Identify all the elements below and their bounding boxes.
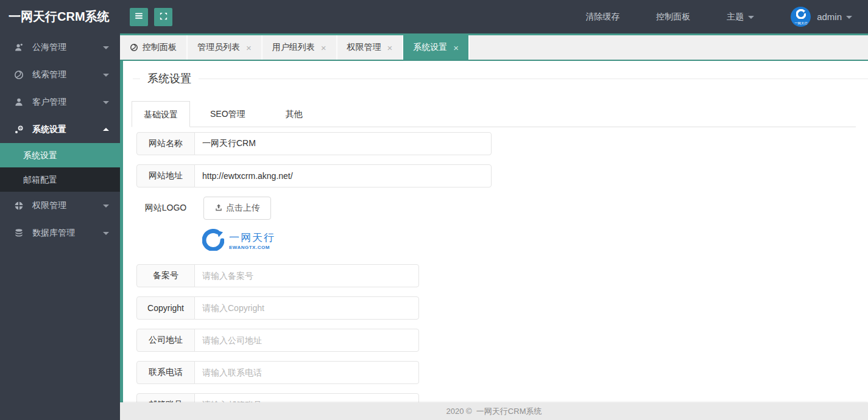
tab-permissions[interactable]: 权限管理 ×	[337, 35, 404, 60]
tab-label: 管理员列表	[197, 42, 240, 53]
sidebar-item-label: 数据库管理	[32, 228, 75, 239]
address-label: 公司地址	[136, 329, 195, 352]
copyright-input[interactable]	[194, 296, 419, 320]
form-row-phone: 联系电话	[136, 361, 868, 384]
tab-label: 用户组列表	[272, 42, 315, 53]
sidebar-item-database[interactable]: 数据库管理	[0, 219, 120, 247]
settings-tabs: 基础设置 SEO管理 其他	[132, 101, 856, 127]
user-menu-dropdown[interactable]: admin	[817, 12, 852, 22]
tab-seo[interactable]: SEO管理	[199, 101, 257, 127]
header-actions: 清除缓存 控制面板 主题 一网天行 admin	[585, 7, 868, 27]
form-row-site-name: 网站名称	[136, 132, 868, 155]
close-icon[interactable]: ×	[453, 43, 459, 53]
tab-control-panel[interactable]: 控制面板	[120, 35, 188, 60]
sidebar-item-label: 线索管理	[32, 69, 66, 80]
form-row-icp: 备案号	[136, 264, 868, 287]
database-icon	[13, 228, 24, 238]
sidebar-subitem-system-settings[interactable]: 系统设置	[0, 143, 120, 167]
hamburger-icon	[134, 11, 144, 23]
globe-icon	[130, 43, 138, 52]
settings-form: 网站名称 网站地址 网站LOGO 点击上传	[136, 132, 868, 416]
fullscreen-button[interactable]	[154, 8, 172, 26]
control-panel-link[interactable]: 控制面板	[656, 12, 690, 23]
form-row-site-url: 网站地址	[136, 164, 868, 187]
theme-label: 主题	[727, 12, 744, 21]
sidebar-toggle-button[interactable]	[130, 8, 148, 26]
gears-icon	[13, 125, 24, 135]
chevron-down-icon	[103, 46, 109, 52]
main-content: 系统设置 基础设置 SEO管理 其他 网站名称 网站地址 网站LOGO	[120, 61, 868, 420]
chevron-down-icon	[103, 205, 109, 211]
sidebar-item-label: 客户管理	[32, 97, 66, 108]
brand-wordmark: 一网天行 EWANGTX.COM	[229, 233, 275, 250]
tab-label: 控制面板	[143, 42, 177, 53]
avatar[interactable]: 一网天行	[791, 7, 811, 27]
copyright-label: Copyright	[136, 296, 195, 320]
upload-button-label: 点击上传	[226, 203, 260, 214]
tab-label: 权限管理	[347, 42, 381, 53]
chevron-down-icon	[846, 16, 852, 22]
icp-label: 备案号	[136, 264, 195, 287]
form-row-address: 公司地址	[136, 329, 868, 352]
footer: 2020 © 一网天行CRM系统	[120, 402, 868, 420]
sidebar-item-label: 公海管理	[32, 42, 66, 53]
sidebar-item-label: 系统设置	[32, 124, 66, 135]
sidebar: 公海管理 线索管理 客户管理 系统设置 系统设置 邮箱配置	[0, 33, 120, 420]
expand-icon	[159, 12, 168, 23]
site-logo-label: 网站LOGO	[136, 197, 195, 220]
close-icon[interactable]: ×	[321, 43, 326, 53]
site-name-label: 网站名称	[136, 132, 195, 155]
footer-text: 2020 © 一网天行CRM系统	[446, 406, 542, 417]
clear-cache-link[interactable]: 清除缓存	[585, 12, 619, 23]
tab-other[interactable]: 其他	[274, 101, 314, 127]
tab-admin-list[interactable]: 管理员列表 ×	[188, 35, 263, 60]
form-row-copyright: Copyright	[136, 296, 868, 320]
app-header: 一网天行CRM系统 清除缓存 控制面板 主题 一网天行 admin	[0, 0, 868, 33]
globe-grid-icon	[13, 201, 24, 211]
brand-name: 一网天行	[229, 233, 275, 243]
chevron-up-icon	[103, 125, 109, 131]
form-row-site-logo: 网站LOGO 点击上传	[136, 197, 868, 220]
theme-dropdown[interactable]: 主题	[727, 12, 754, 23]
brand-swoosh-icon	[202, 229, 224, 253]
app-title: 一网天行CRM系统	[0, 9, 120, 25]
brand-swoosh-icon	[796, 9, 806, 21]
open-tabs-bar: 控制面板 管理员列表 × 用户组列表 × 权限管理 × 系统设置 ×	[120, 33, 868, 61]
username: admin	[817, 12, 842, 22]
close-icon[interactable]: ×	[387, 43, 393, 53]
upload-button[interactable]: 点击上传	[203, 197, 271, 220]
panel-title-divider: 系统设置	[133, 79, 868, 79]
avatar-brand-text: 一网天行	[794, 21, 808, 24]
icp-input[interactable]	[194, 264, 419, 287]
sidebar-subitem-mail-config[interactable]: 邮箱配置	[0, 167, 120, 192]
chevron-down-icon	[748, 16, 754, 22]
address-input[interactable]	[194, 329, 419, 352]
sidebar-item-label: 权限管理	[32, 200, 66, 211]
sidebar-item-permissions[interactable]: 权限管理	[0, 192, 120, 219]
sidebar-item-leads[interactable]: 线索管理	[0, 61, 120, 88]
page-title: 系统设置	[140, 71, 199, 86]
sidebar-item-customers[interactable]: 客户管理	[0, 88, 120, 116]
globe-icon	[13, 70, 24, 80]
users-icon	[13, 43, 24, 52]
app-window: 一网天行CRM系统 清除缓存 控制面板 主题 一网天行 admin	[0, 0, 868, 420]
site-url-label: 网站地址	[136, 164, 195, 187]
tab-system-settings[interactable]: 系统设置 ×	[403, 35, 470, 60]
tab-user-group-list[interactable]: 用户组列表 ×	[263, 35, 337, 60]
brand-domain: EWANGTX.COM	[229, 245, 275, 250]
tab-label: 系统设置	[413, 42, 447, 53]
site-url-input[interactable]	[194, 164, 492, 187]
user-icon	[13, 97, 24, 107]
phone-label: 联系电话	[136, 361, 195, 384]
upload-icon	[214, 203, 226, 214]
site-logo-preview: 一网天行 EWANGTX.COM	[202, 229, 868, 253]
tab-basic-settings[interactable]: 基础设置	[132, 101, 190, 127]
chevron-down-icon	[103, 74, 109, 80]
site-name-input[interactable]	[194, 132, 492, 155]
close-icon[interactable]: ×	[246, 43, 252, 53]
chevron-down-icon	[103, 101, 109, 107]
sidebar-item-public-sea[interactable]: 公海管理	[0, 33, 120, 61]
phone-input[interactable]	[194, 361, 419, 384]
sidebar-item-system-settings[interactable]: 系统设置	[0, 116, 120, 143]
chevron-down-icon	[103, 232, 109, 238]
